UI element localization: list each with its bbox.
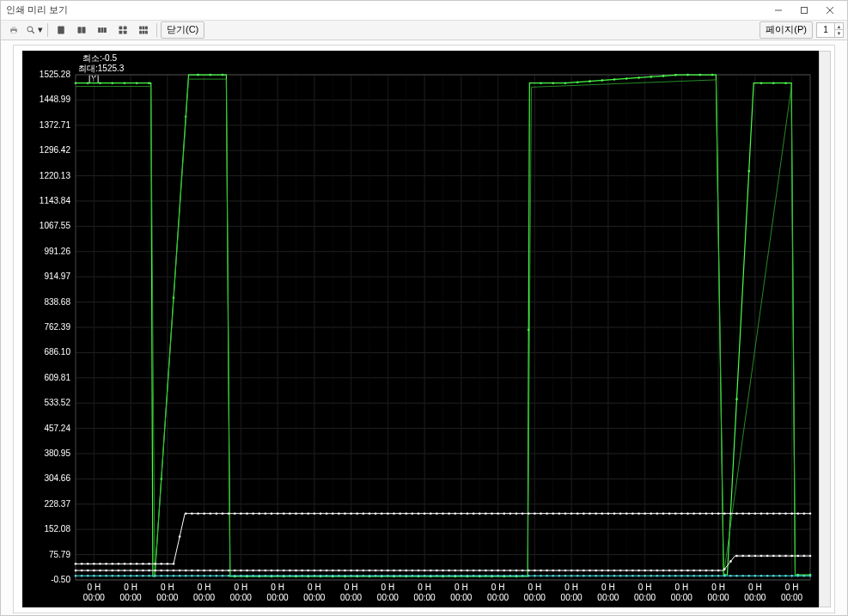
marker	[522, 575, 524, 577]
view-one-page-button[interactable]	[52, 21, 70, 39]
marker	[136, 569, 138, 571]
marker	[222, 569, 224, 571]
marker	[167, 575, 169, 577]
marker	[461, 575, 463, 577]
marker	[595, 569, 597, 571]
marker	[124, 563, 126, 565]
marker	[766, 512, 769, 515]
x-tick-label-1: 0 H	[124, 582, 137, 592]
page-down-arrow-icon[interactable]: ▼	[834, 30, 843, 37]
marker	[497, 569, 499, 571]
marker	[81, 575, 83, 577]
y-tick-label: 991.26	[44, 246, 70, 255]
marker	[454, 569, 456, 571]
marker	[265, 575, 267, 577]
marker	[473, 512, 475, 515]
marker	[723, 568, 726, 570]
marker	[485, 569, 487, 571]
marker	[369, 569, 371, 571]
marker	[589, 512, 591, 515]
marker	[448, 575, 450, 577]
marker	[570, 575, 573, 577]
marker	[778, 575, 781, 577]
marker	[497, 575, 499, 577]
marker	[601, 569, 603, 571]
zoom-button[interactable]: ▾	[25, 21, 44, 39]
y-tick-label: 1372.71	[40, 119, 71, 129]
marker	[191, 575, 193, 577]
marker	[809, 575, 812, 577]
x-tick-label-2: 00:00	[708, 593, 729, 602]
marker	[509, 575, 512, 577]
print-button[interactable]	[4, 21, 23, 39]
minimize-button[interactable]	[766, 3, 790, 18]
marker	[552, 82, 554, 84]
view-two-pages-button[interactable]	[72, 21, 91, 39]
y-tick-label: 838.68	[44, 296, 70, 306]
marker	[625, 575, 628, 577]
close-button[interactable]	[818, 3, 842, 18]
svg-rect-20	[143, 26, 145, 29]
marker	[228, 512, 230, 515]
close-preview-button[interactable]: 닫기(C)	[161, 21, 204, 39]
marker	[375, 575, 377, 577]
marker	[75, 575, 77, 577]
marker	[454, 512, 456, 515]
x-tick-label-1: 0 H	[601, 582, 615, 592]
y-tick-label: 609.81	[44, 372, 70, 381]
svg-rect-19	[139, 26, 142, 29]
marker	[363, 575, 365, 577]
marker	[277, 575, 279, 577]
marker	[699, 569, 701, 571]
marker	[222, 73, 224, 76]
page-selector-button[interactable]: 페이지(P)	[760, 21, 813, 39]
x-tick-label-1: 0 H	[198, 582, 211, 592]
x-tick-label-1: 0 H	[638, 582, 652, 592]
marker	[344, 569, 346, 571]
view-three-pages-button[interactable]	[93, 21, 112, 39]
marker	[754, 512, 757, 515]
marker	[784, 82, 787, 84]
x-tick-label-2: 00:00	[230, 593, 252, 602]
marker	[601, 575, 603, 577]
view-six-pages-button[interactable]	[134, 21, 153, 39]
marker	[338, 512, 340, 515]
marker	[741, 575, 744, 577]
x-tick-label-2: 00:00	[524, 593, 546, 602]
marker	[607, 575, 610, 577]
marker	[674, 512, 677, 515]
marker	[772, 575, 775, 577]
vertical-scrollbar[interactable]	[819, 51, 831, 607]
toolbar-separator	[156, 23, 157, 37]
marker	[148, 563, 150, 565]
marker	[381, 575, 383, 577]
marker	[430, 575, 432, 577]
marker	[454, 575, 456, 577]
marker	[356, 569, 358, 571]
x-tick-label-2: 00:00	[193, 593, 215, 602]
marker	[778, 512, 781, 515]
marker	[424, 575, 426, 577]
page-number-spinner[interactable]: 1 ▲ ▼	[816, 22, 844, 38]
view-four-pages-button[interactable]	[113, 21, 132, 39]
marker	[87, 563, 89, 565]
marker	[534, 575, 536, 577]
marker	[405, 569, 407, 571]
marker	[99, 82, 101, 84]
marker	[558, 575, 561, 577]
marker	[760, 82, 763, 84]
marker	[130, 563, 132, 565]
page-selector-label: 페이지(P)	[766, 23, 807, 36]
marker	[589, 569, 591, 571]
marker	[160, 569, 162, 571]
chart-svg: 최소:-0.5최대:1525.3[Y]-0.5075.79152.08228.3…	[22, 51, 819, 607]
svg-point-7	[27, 27, 33, 32]
marker	[613, 78, 616, 81]
svg-rect-17	[119, 31, 123, 34]
marker	[595, 575, 597, 577]
marker	[442, 512, 444, 515]
maximize-button[interactable]	[792, 3, 816, 18]
marker	[375, 569, 377, 571]
page-up-arrow-icon[interactable]: ▲	[834, 23, 843, 31]
marker	[699, 575, 701, 577]
